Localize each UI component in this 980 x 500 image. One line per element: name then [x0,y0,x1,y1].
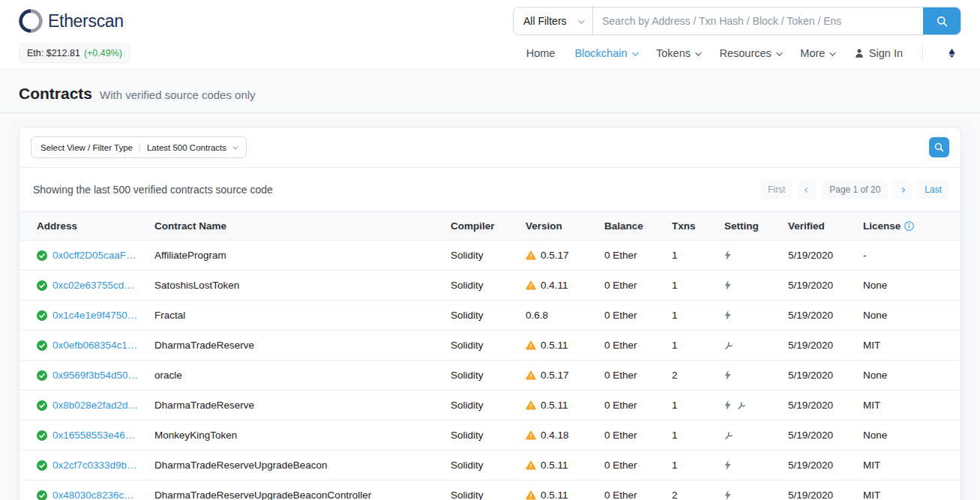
table-row: 0x0efb068354c10c0... DharmaTradeReserve … [19,331,961,361]
divider [139,143,140,152]
contract-name-cell: DharmaTradeReserve [147,391,443,421]
txns-cell: 2 [664,361,717,391]
warning-icon [526,460,536,470]
address-link[interactable]: 0xc02e63755cdbdf4... [52,280,139,291]
wrench-icon [724,341,733,350]
col-address: Address [19,212,147,241]
license-cell: MIT [856,451,961,481]
address-link[interactable]: 0x48030c8236c20d... [52,490,139,500]
setting-icons [724,490,773,500]
chevron-down-icon [696,49,702,55]
pagination-last-button[interactable]: Last [917,180,949,199]
balance-cell: 0 Ether [597,241,664,271]
all-filters-dropdown[interactable]: All Filters [514,7,593,34]
info-icon[interactable] [904,221,914,231]
page-head: Contracts With verified source codes onl… [0,70,980,113]
setting-icons [724,280,773,290]
version-text: 0.4.18 [541,430,569,441]
address-link[interactable]: 0x1c4e1e9f4750838... [52,310,139,321]
verified-date-cell: 5/19/2020 [781,421,856,451]
etherscan-logo[interactable]: Etherscan [19,9,124,33]
search-form: All Filters [513,7,961,35]
eth-price-change: (+0.49%) [84,48,122,58]
balance-cell: 0 Ether [597,271,664,301]
nav-resources-label: Resources [719,47,771,59]
nav-item-tokens[interactable]: Tokens [656,47,700,59]
contract-name-cell: SatoshisLostToken [147,271,443,301]
verified-date-cell: 5/19/2020 [781,331,856,361]
nav-home-label: Home [526,47,556,59]
eth-price-label: Eth: $212.81 [27,48,80,58]
verified-check-icon [37,430,47,441]
address-link[interactable]: 0x8b028e2fad2dc99... [52,400,139,411]
version-text: 0.5.17 [541,370,569,381]
sign-in-button[interactable]: Sign In [854,47,903,59]
chevron-down-icon [776,49,782,55]
search-button[interactable] [923,7,961,34]
col-version: Version [518,212,597,241]
txns-cell: 2 [664,481,717,500]
page-subtitle: With verified source codes only [100,88,256,101]
contract-name-cell: oracle [147,361,443,391]
version-text: 0.5.11 [541,460,568,471]
eth-price-badge[interactable]: Eth: $212.81 (+0.49%) [19,43,130,63]
pagination-first-button[interactable]: First [760,180,793,199]
warning-icon [526,370,536,380]
setting-icons [724,310,773,320]
setting-icons [724,460,773,470]
ethereum-icon [947,47,957,59]
bolt-icon [724,400,731,410]
balance-cell: 0 Ether [597,451,664,481]
address-link[interactable]: 0x0cff2D05caaF92C... [52,250,139,261]
txns-cell: 1 [664,331,717,361]
address-link[interactable]: 0x9569f3b54d507a6... [52,370,139,381]
contracts-table-body: 0x0cff2D05caaF92C... AffiliateProgram So… [19,241,961,500]
address-link[interactable]: 0x0efb068354c10c0... [52,340,139,351]
nav-item-home[interactable]: Home [526,47,556,59]
warning-icon [526,400,536,410]
warning-icon [526,490,536,500]
pagination-next-button[interactable] [893,180,912,199]
search-input[interactable] [593,7,923,34]
nav-item-more[interactable]: More [800,47,835,59]
table-row: 0xc02e63755cdbdf4... SatoshisLostToken S… [19,271,961,301]
version-text: 0.4.11 [541,280,568,291]
search-icon [934,142,944,152]
setting-icons [724,341,773,350]
verified-check-icon [37,400,47,411]
license-cell: None [856,301,961,331]
wrench-icon [737,401,746,410]
filter-type-button[interactable]: Select View / Filter Type Latest 500 Con… [31,136,247,158]
txns-cell: 1 [664,391,717,421]
eth-network-button[interactable] [943,46,961,60]
verified-check-icon [37,340,47,351]
table-search-button[interactable] [929,137,949,157]
setting-icons [724,400,773,410]
pagination-prev-button[interactable] [798,180,817,199]
license-cell: MIT [856,391,961,421]
warning-icon [526,250,536,260]
version-text: 0.5.11 [541,490,568,500]
license-cell: MIT [856,331,961,361]
txns-cell: 1 [664,421,717,451]
nav-item-resources[interactable]: Resources [719,47,781,59]
balance-cell: 0 Ether [597,421,664,451]
license-cell: None [856,361,961,391]
verified-date-cell: 5/19/2020 [781,271,856,301]
address-link[interactable]: 0x16558553e4647c... [52,430,139,441]
chevron-down-icon [632,49,638,55]
nav-item-blockchain[interactable]: Blockchain [574,47,637,59]
verified-check-icon [37,250,47,261]
contract-name-cell: DharmaTradeReserveUpgradeBeacon [147,451,443,481]
main-nav: Home Blockchain Tokens Resources More [526,44,961,62]
license-cell: MIT [856,481,961,500]
txns-cell: 1 [664,451,717,481]
compiler-cell: Solidity [443,421,518,451]
sign-in-label: Sign In [869,47,903,59]
balance-cell: 0 Ether [597,481,664,500]
address-link[interactable]: 0x2cf7c0333d9b7f9... [52,460,139,471]
license-cell: None [856,421,961,451]
col-verified: Verified [781,212,856,241]
chevron-down-icon [830,49,836,55]
compiler-cell: Solidity [443,481,518,500]
